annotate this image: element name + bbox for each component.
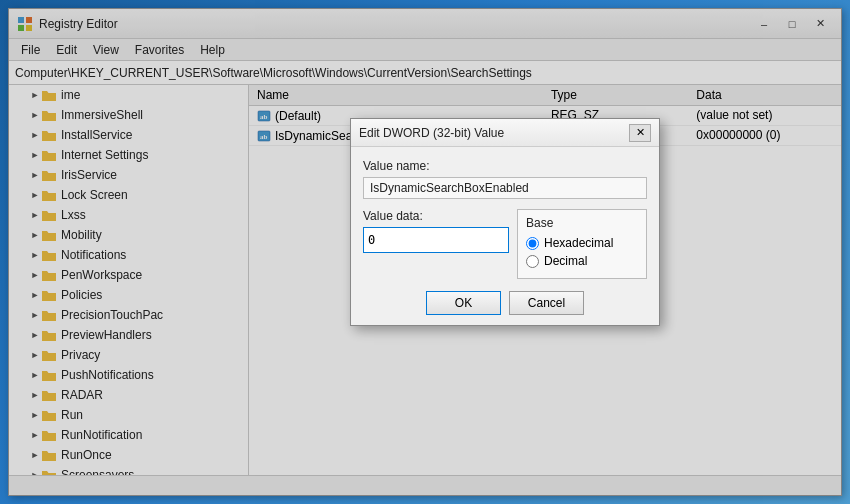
tree-item-pushnotifications[interactable]: ► PushNotifications: [9, 365, 248, 385]
tree-label: Run: [61, 408, 83, 422]
address-text: Computer\HKEY_CURRENT_USER\Software\Micr…: [15, 66, 532, 80]
expand-icon: ►: [29, 330, 41, 340]
dialog-body: Value name: IsDynamicSearchBoxEnabled Va…: [351, 147, 659, 325]
ok-button[interactable]: OK: [426, 291, 501, 315]
dialog-title-bar: Edit DWORD (32-bit) Value ✕: [351, 119, 659, 147]
expand-icon: ►: [29, 370, 41, 380]
value-data-input[interactable]: [363, 227, 509, 253]
folder-icon: [41, 188, 57, 202]
folder-icon: [41, 248, 57, 262]
tree-label: RunOnce: [61, 448, 112, 462]
folder-icon: [41, 128, 57, 142]
menu-edit[interactable]: Edit: [48, 41, 85, 59]
maximize-button[interactable]: □: [779, 14, 805, 34]
dialog-title: Edit DWORD (32-bit) Value: [359, 126, 629, 140]
folder-icon: [41, 228, 57, 242]
tree-label: PreviewHandlers: [61, 328, 152, 342]
expand-icon: ►: [29, 270, 41, 280]
tree-label: Privacy: [61, 348, 100, 362]
svg-rect-0: [18, 17, 24, 23]
folder-icon: [41, 268, 57, 282]
folder-icon: [41, 208, 57, 222]
expand-icon: ►: [29, 110, 41, 120]
tree-item-installservice[interactable]: ► InstallService: [9, 125, 248, 145]
tree-item-lockscreen[interactable]: ► Lock Screen: [9, 185, 248, 205]
tree-item-runonce[interactable]: ► RunOnce: [9, 445, 248, 465]
menu-favorites[interactable]: Favorites: [127, 41, 192, 59]
folder-icon: [41, 88, 57, 102]
tree-item-lxss[interactable]: ► Lxss: [9, 205, 248, 225]
tree-item-previewhandlers[interactable]: ► PreviewHandlers: [9, 325, 248, 345]
tree-item-runnotification[interactable]: ► RunNotification: [9, 425, 248, 445]
cancel-button[interactable]: Cancel: [509, 291, 584, 315]
expand-icon: ►: [29, 90, 41, 100]
col-type: Type: [543, 85, 688, 106]
tree-label: Lock Screen: [61, 188, 128, 202]
expand-icon: ►: [29, 310, 41, 320]
tree-item-radar[interactable]: ► RADAR: [9, 385, 248, 405]
value-name-label: Value name:: [363, 159, 647, 173]
reg-data: 0x00000000 (0): [688, 125, 841, 145]
value-name-row: Value name: IsDynamicSearchBoxEnabled: [363, 159, 647, 199]
hex-radio[interactable]: [526, 237, 539, 250]
expand-icon: ►: [29, 230, 41, 240]
folder-icon: [41, 108, 57, 122]
menu-help[interactable]: Help: [192, 41, 233, 59]
tree-item-notifications[interactable]: ► Notifications: [9, 245, 248, 265]
expand-icon: ►: [29, 350, 41, 360]
tree-label: Notifications: [61, 248, 126, 262]
close-button[interactable]: ✕: [807, 14, 833, 34]
hex-radio-row[interactable]: Hexadecimal: [526, 236, 638, 250]
tree-label: InstallService: [61, 128, 132, 142]
tree-item-privacy[interactable]: ► Privacy: [9, 345, 248, 365]
svg-text:ab: ab: [260, 133, 268, 141]
expand-icon: ►: [29, 150, 41, 160]
tree-item-immersiveshell[interactable]: ► ImmersiveShell: [9, 105, 248, 125]
expand-icon: ►: [29, 410, 41, 420]
tree-item-internetsettings[interactable]: ► Internet Settings: [9, 145, 248, 165]
tree-item-mobility[interactable]: ► Mobility: [9, 225, 248, 245]
expand-icon: ►: [29, 170, 41, 180]
tree-item-policies[interactable]: ► Policies: [9, 285, 248, 305]
expand-icon: ►: [29, 390, 41, 400]
folder-icon: [41, 308, 57, 322]
minimize-button[interactable]: –: [751, 14, 777, 34]
tree-item-ime[interactable]: ► ime: [9, 85, 248, 105]
svg-rect-1: [26, 17, 32, 23]
hex-label: Hexadecimal: [544, 236, 613, 250]
tree-item-precisiontouchpac[interactable]: ► PrecisionTouchPac: [9, 305, 248, 325]
svg-rect-3: [26, 25, 32, 31]
tree-label: PushNotifications: [61, 368, 154, 382]
folder-icon: [41, 388, 57, 402]
svg-rect-2: [18, 25, 24, 31]
title-controls: – □ ✕: [751, 14, 833, 34]
svg-text:ab: ab: [260, 113, 268, 121]
tree-item-penworkspace[interactable]: ► PenWorkspace: [9, 265, 248, 285]
base-title: Base: [526, 216, 638, 230]
tree-item-irisservice[interactable]: ► IrisService: [9, 165, 248, 185]
tree-item-screensavers[interactable]: ► Screensavers: [9, 465, 248, 475]
folder-icon: [41, 328, 57, 342]
edit-dword-dialog: Edit DWORD (32-bit) Value ✕ Value name: …: [350, 118, 660, 326]
tree-label: IrisService: [61, 168, 117, 182]
tree-label: Lxss: [61, 208, 86, 222]
folder-icon: [41, 368, 57, 382]
status-bar: [9, 475, 841, 495]
tree-label: Internet Settings: [61, 148, 148, 162]
tree-label: PenWorkspace: [61, 268, 142, 282]
tree-label: Mobility: [61, 228, 102, 242]
dec-radio[interactable]: [526, 255, 539, 268]
tree-item-run[interactable]: ► Run: [9, 405, 248, 425]
tree-label: PrecisionTouchPac: [61, 308, 163, 322]
dialog-close-button[interactable]: ✕: [629, 124, 651, 142]
expand-icon: ►: [29, 250, 41, 260]
folder-icon: [41, 288, 57, 302]
app-icon: [17, 16, 33, 32]
expand-icon: ►: [29, 430, 41, 440]
tree-label: Screensavers: [61, 468, 134, 475]
dec-radio-row[interactable]: Decimal: [526, 254, 638, 268]
reg-data: (value not set): [688, 106, 841, 126]
tree-pane[interactable]: ► ime ► ImmersiveShell ► Instal: [9, 85, 249, 475]
menu-view[interactable]: View: [85, 41, 127, 59]
menu-file[interactable]: File: [13, 41, 48, 59]
